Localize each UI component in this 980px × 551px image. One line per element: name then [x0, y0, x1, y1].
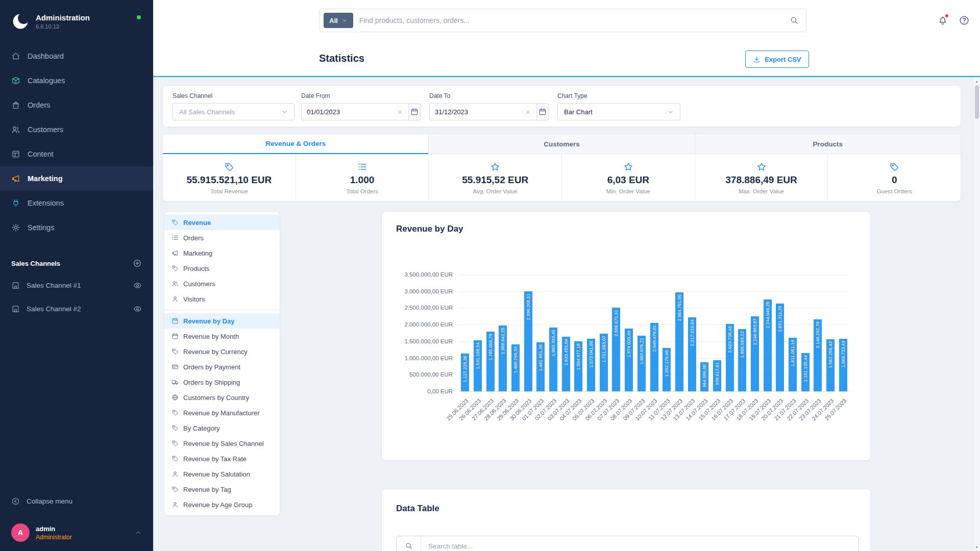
- chart-bar[interactable]: 1.663.076,21: [638, 336, 646, 391]
- menu-item-marketing[interactable]: Marketing: [164, 245, 280, 261]
- chart-bar[interactable]: 2.023.738,43: [726, 324, 734, 391]
- chart-bar[interactable]: 2.049.476,01: [650, 323, 658, 391]
- date-to-input[interactable]: [435, 108, 525, 116]
- search-icon[interactable]: [790, 16, 799, 25]
- chart-bar[interactable]: 2.149.292,78: [814, 319, 822, 391]
- menu-item-orders[interactable]: Orders: [164, 230, 280, 245]
- chart-bar[interactable]: 1.903.333,45: [549, 328, 557, 391]
- y-axis-tick-label: 2.000.000,00 EUR: [376, 321, 453, 328]
- chart-bar[interactable]: 1.461.851,35: [536, 342, 545, 391]
- chart-bar[interactable]: 2.509.671,31: [612, 308, 620, 391]
- sidebar-item-content[interactable]: Content: [0, 142, 153, 166]
- scrollbar-down-arrow[interactable]: ▼: [973, 543, 980, 550]
- scrollbar-up-arrow[interactable]: ▲: [973, 78, 980, 85]
- person-icon: [172, 501, 179, 508]
- menu-item-revenue-by-sales-channel[interactable]: Revenue by Sales Channel: [164, 436, 280, 451]
- sidebar-item-marketing[interactable]: Marketing: [0, 166, 153, 191]
- sidebar-item-customers[interactable]: Customers: [0, 117, 153, 142]
- menu-item-revenue-by-tag[interactable]: Revenue by Tag: [164, 482, 280, 497]
- export-csv-button[interactable]: Export CSV: [745, 51, 809, 68]
- chart-bar[interactable]: 1.633.455,04: [562, 337, 570, 391]
- menu-item-revenue-by-age-group[interactable]: Revenue by Age Group: [164, 497, 280, 512]
- collapse-menu-button[interactable]: Collapse menu: [0, 488, 153, 514]
- data-table-card: Data Table: [381, 489, 871, 551]
- menu-item-orders-by-payment[interactable]: Orders by Payment: [164, 359, 280, 374]
- menu-item-revenue[interactable]: Revenue: [164, 215, 280, 230]
- date-from-calendar-button[interactable]: [409, 103, 421, 120]
- chart-bar[interactable]: 1.968.642,25: [499, 325, 507, 391]
- chart-bar[interactable]: 1.531.168,54: [474, 340, 482, 391]
- chart-bar[interactable]: 1.127.229,36: [461, 354, 469, 391]
- sidebar-item-dashboard[interactable]: Dashboard: [0, 44, 153, 68]
- menu-item-revenue-by-salutation[interactable]: Revenue by Salutation: [164, 466, 280, 482]
- chart-bar[interactable]: 2.744.046,28: [764, 299, 772, 391]
- chart-bar[interactable]: 864.086,08: [700, 362, 708, 391]
- menu-item-revenue-by-month[interactable]: Revenue by Month: [164, 329, 280, 344]
- chart-bar[interactable]: 2.990.208,51: [524, 291, 532, 391]
- menu-item-customers-by-country[interactable]: Customers by Country: [164, 390, 280, 405]
- clear-icon[interactable]: [397, 109, 403, 115]
- chart-bar[interactable]: 1.292.175,09: [663, 348, 671, 391]
- help-button[interactable]: [959, 15, 970, 26]
- menu-item-revenue-by-manufacturer[interactable]: Revenue by Manufacturer: [164, 405, 280, 420]
- bar-value-label: 938.617,61: [713, 362, 721, 385]
- menu-item-revenue-by-day[interactable]: Revenue by Day: [164, 313, 280, 329]
- chart-bar[interactable]: 938.617,61: [713, 360, 721, 391]
- chart-bar[interactable]: 1.874.020,49: [625, 329, 633, 391]
- sidebar-item-label: Marketing: [28, 174, 63, 183]
- chart-bar[interactable]: 1.400.790,33: [511, 344, 520, 391]
- globe-icon: [172, 394, 179, 401]
- chart-type-select[interactable]: Bar Chart: [557, 103, 680, 120]
- bar-value-label: 2.631.311,25: [776, 306, 784, 332]
- add-sales-channel-icon[interactable]: [133, 259, 142, 268]
- search-input[interactable]: [353, 16, 790, 24]
- sales-channel-select[interactable]: All Sales Channels: [173, 103, 295, 120]
- clear-icon[interactable]: [525, 109, 531, 115]
- table-search-input[interactable]: [421, 542, 858, 550]
- sidebar-item-settings[interactable]: Settings: [0, 215, 153, 240]
- chart-bar[interactable]: 1.151.195,44: [801, 353, 810, 391]
- eye-icon[interactable]: [133, 281, 142, 290]
- date-to-calendar-button[interactable]: [537, 103, 549, 120]
- chart-bar[interactable]: 1.785.058,79: [486, 332, 495, 391]
- menu-item-by-category[interactable]: By Category: [164, 420, 280, 436]
- menu-item-revenue-by-tax-rate[interactable]: Revenue by Tax Rate: [164, 451, 280, 466]
- menu-item-label: Products: [183, 265, 209, 272]
- search-scope-button[interactable]: All: [324, 13, 353, 28]
- chart-bar[interactable]: 1.721.663,07: [600, 334, 608, 391]
- tab-products[interactable]: Products: [695, 134, 961, 154]
- table-search-icon-area: [397, 536, 421, 551]
- page-title: Statistics: [319, 41, 364, 76]
- menu-item-customers[interactable]: Customers: [164, 276, 280, 291]
- user-menu[interactable]: A admin Administrator: [0, 514, 153, 551]
- menu-item-revenue-by-currency[interactable]: Revenue by Currency: [164, 344, 280, 359]
- sales-channels-section: Sales Channels Sales Channel #1Sales Cha…: [0, 253, 153, 320]
- chart-bar[interactable]: 1.573.041,66: [587, 339, 595, 391]
- chart-bar[interactable]: 1.611.051,19: [789, 338, 797, 391]
- sidebar-item-sales-channel-1[interactable]: Sales Channel #1: [0, 273, 153, 297]
- chart-bar[interactable]: 1.562.256,43: [826, 339, 835, 391]
- chart-bar[interactable]: 2.217.510,94: [688, 317, 696, 391]
- sidebar-item-sales-channel-2[interactable]: Sales Channel #2: [0, 297, 153, 320]
- menu-item-products[interactable]: Products: [164, 261, 280, 276]
- chart-bar[interactable]: 2.964.761,05: [675, 292, 683, 391]
- vertical-scrollbar[interactable]: ▲ ▼: [973, 77, 980, 551]
- menu-item-orders-by-shipping[interactable]: Orders by Shipping: [164, 374, 280, 390]
- menu-item-visitors[interactable]: Visitors: [164, 291, 280, 307]
- sidebar-item-extensions[interactable]: Extensions: [0, 191, 153, 215]
- avatar: A: [11, 523, 30, 542]
- sidebar-item-orders[interactable]: Orders: [0, 93, 153, 117]
- chart-bar[interactable]: 2.631.311,25: [776, 304, 784, 391]
- eye-icon[interactable]: [133, 305, 142, 313]
- date-from-input[interactable]: [307, 108, 397, 116]
- sidebar-item-catalogues[interactable]: Catalogues: [0, 68, 153, 93]
- chart-bar[interactable]: 1.866.093,12: [738, 329, 746, 391]
- tab-customers[interactable]: Customers: [428, 134, 694, 154]
- chart-bar[interactable]: 2.246.863,87: [751, 316, 759, 391]
- chart-bar[interactable]: 1.504.977,18: [574, 341, 582, 391]
- filter-card: Sales Channel All Sales Channels Date Fr…: [162, 85, 961, 127]
- tab-revenue-orders[interactable]: Revenue & Orders: [163, 134, 428, 154]
- notifications-button[interactable]: [937, 15, 948, 26]
- scrollbar-thumb[interactable]: [975, 85, 979, 119]
- chart-bar[interactable]: 1.569.733,43: [839, 339, 847, 391]
